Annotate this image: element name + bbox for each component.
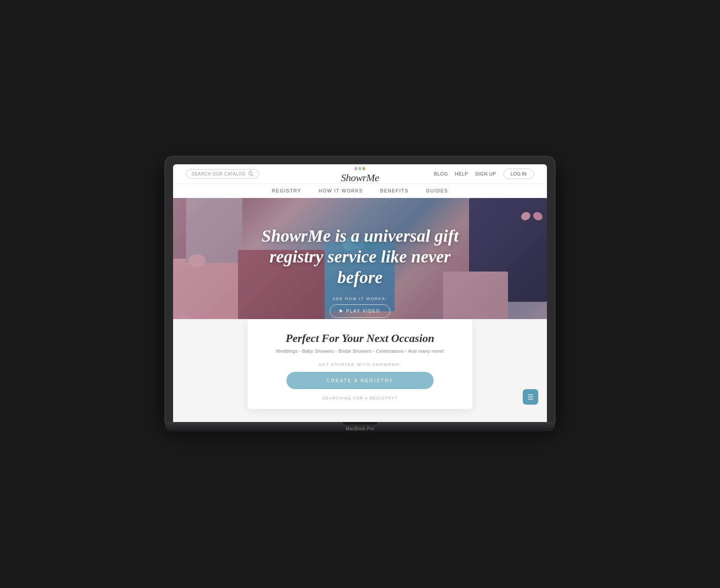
drop-pink (355, 167, 357, 170)
logo[interactable]: ShowrMe (341, 164, 379, 184)
nav-guides[interactable]: GUIDES (426, 188, 448, 193)
svg-line-1 (252, 175, 253, 176)
macbook-label: MacBook Pro (346, 424, 374, 431)
drop-gold (363, 167, 365, 170)
get-started-label: GET STARTED WITH SHOWRME! (260, 362, 460, 367)
chat-bubble[interactable]: ☰ (523, 389, 538, 405)
play-icon (340, 309, 343, 313)
card-title: Perfect For Your Next Occasion (260, 332, 460, 345)
laptop-screen: SEARCH OUR CATALOG ShowrMe (173, 164, 547, 422)
help-link[interactable]: HELP (455, 171, 468, 176)
see-how-label: SEE HOW IT WORKS: (333, 297, 387, 301)
laptop-mockup: SEARCH OUR CATALOG ShowrMe (165, 157, 555, 431)
nav-how-it-works[interactable]: HOW IT WORKS (318, 188, 363, 193)
occasion-card: Perfect For Your Next Occasion Weddings … (248, 319, 472, 409)
chat-icon: ☰ (527, 393, 534, 401)
main-nav: REGISTRY HOW IT WORKS BENEFITS GUIDES (173, 184, 547, 198)
blog-link[interactable]: BLOG (434, 171, 448, 176)
sign-up-link[interactable]: SIGN UP (475, 171, 496, 176)
nav-benefits[interactable]: BENEFITS (380, 188, 409, 193)
play-video-label: PLAY VIDEO (346, 309, 380, 313)
card-subtitle: Weddings - Baby Showers - Bridal Showers… (260, 348, 460, 354)
searching-label: SEARCHING FOR A REGISTRY? (260, 396, 460, 400)
drop-blue (359, 167, 361, 170)
header-nav-right: BLOG HELP SIGN UP LOG IN (434, 169, 534, 179)
site-header: SEARCH OUR CATALOG ShowrMe (173, 164, 547, 184)
logo-text: ShowrMe (341, 172, 379, 184)
laptop-notch (343, 422, 377, 425)
search-icon (248, 171, 254, 176)
nav-registry[interactable]: REGISTRY (272, 188, 301, 193)
hero-headline: ShowrMe is a universal gift registry ser… (252, 226, 468, 288)
search-box[interactable]: SEARCH OUR CATALOG (186, 169, 259, 179)
search-label: SEARCH OUR CATALOG (192, 172, 246, 176)
laptop-base: MacBook Pro (165, 422, 555, 431)
create-registry-button[interactable]: CREATE A REGISTRY (286, 372, 434, 389)
play-video-button[interactable]: PLAY VIDEO (330, 304, 390, 318)
log-in-button[interactable]: LOG IN (503, 169, 534, 179)
logo-drops (355, 167, 365, 170)
laptop-bezel: SEARCH OUR CATALOG ShowrMe (165, 157, 555, 422)
